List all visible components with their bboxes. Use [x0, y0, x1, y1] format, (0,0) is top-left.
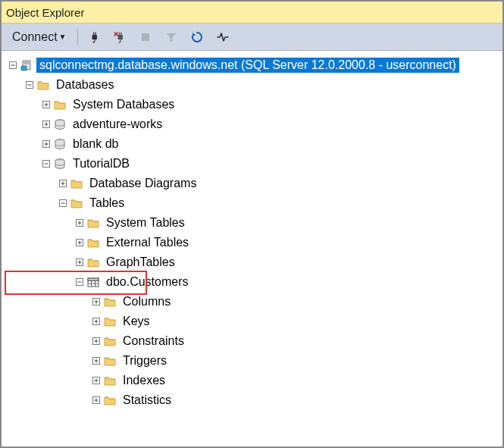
tree-node-blank-db[interactable]: blank db	[8, 134, 502, 154]
tree-node-label: Database Diagrams	[86, 176, 199, 191]
folder-icon	[103, 334, 117, 348]
collapse-icon[interactable]	[58, 198, 68, 208]
tree-node-label: Keys	[120, 314, 153, 329]
collapse-icon[interactable]	[74, 277, 85, 287]
folder-icon	[86, 236, 100, 249]
tree-node-label: Databases	[53, 77, 117, 92]
tree-node-indexes[interactable]: Indexes	[8, 371, 502, 390]
tree-node-adventure-works[interactable]: adventure-works	[8, 114, 502, 134]
tree-node-label: GraphTables	[103, 255, 178, 270]
expand-icon[interactable]	[91, 336, 102, 346]
tree-node-label: Triggers	[120, 353, 170, 368]
folder-icon	[103, 393, 117, 407]
expand-icon[interactable]	[41, 139, 52, 149]
table-icon	[86, 275, 100, 289]
tree-node-system-tables[interactable]: System Tables	[8, 213, 502, 233]
tree-node-databases[interactable]: Databases	[8, 75, 502, 95]
expand-icon[interactable]	[91, 356, 102, 366]
plug-x-icon	[113, 30, 127, 44]
tree-node-system-databases[interactable]: System Databases	[8, 95, 502, 114]
filter-button[interactable]	[161, 27, 184, 48]
folder-icon	[86, 255, 100, 269]
tree-node-label: External Tables	[103, 235, 192, 250]
folder-icon	[103, 374, 117, 387]
folder-icon	[36, 78, 50, 92]
refresh-icon	[190, 30, 204, 44]
stop-icon	[139, 30, 152, 44]
toolbar: Connect ▼	[2, 23, 502, 51]
tree-node-statistics[interactable]: Statistics	[8, 390, 502, 410]
tree-node-label: Columns	[120, 294, 174, 309]
tree-node-label: Tables	[86, 196, 127, 211]
filter-icon	[164, 30, 178, 44]
database-icon	[53, 137, 67, 151]
tree-node-external-tables[interactable]: External Tables	[8, 233, 502, 252]
tree-node-triggers[interactable]: Triggers	[8, 351, 502, 371]
collapse-icon[interactable]	[24, 80, 35, 90]
tree-node-label: blank db	[70, 136, 122, 152]
folder-icon	[86, 216, 100, 230]
expand-icon[interactable]	[74, 257, 85, 268]
expand-icon[interactable]	[91, 316, 102, 327]
expand-icon[interactable]	[91, 375, 102, 386]
tree-node-label: Statistics	[120, 393, 174, 408]
database-icon	[53, 157, 67, 171]
activity-monitor-button[interactable]	[213, 27, 236, 48]
folder-icon	[103, 354, 117, 368]
connect-dropdown[interactable]: Connect ▼	[5, 30, 71, 44]
refresh-button[interactable]	[187, 27, 210, 48]
tree-node-database-diagrams[interactable]: Database Diagrams	[8, 174, 502, 193]
plug-icon	[87, 30, 101, 44]
object-explorer-window: Object Explorer Connect ▼ sqlco	[0, 0, 504, 448]
expand-icon[interactable]	[41, 119, 52, 130]
folder-icon	[103, 295, 117, 309]
tree-node-label: Indexes	[120, 373, 168, 388]
collapse-icon[interactable]	[41, 158, 52, 169]
expand-icon[interactable]	[74, 218, 85, 228]
collapse-icon[interactable]	[8, 60, 18, 70]
folder-icon	[103, 315, 117, 328]
tree-node-label: dbo.Customers	[103, 274, 192, 290]
tree-node-dbo-customers[interactable]: dbo.Customers	[8, 272, 502, 292]
folder-icon	[53, 98, 67, 111]
tree-node-label: System Tables	[103, 215, 188, 230]
tree-view[interactable]: sqlconnectmg.database.windows.net (SQL S…	[2, 51, 502, 410]
folder-icon	[70, 196, 83, 210]
tree-node-label: adventure-works	[70, 117, 165, 132]
tree-node-tutorialdb[interactable]: TutorialDB	[8, 154, 502, 174]
connect-label: Connect	[12, 30, 58, 44]
expand-icon[interactable]	[58, 178, 68, 189]
tree-node-label: TutorialDB	[70, 156, 133, 171]
stop-button[interactable]	[136, 27, 158, 48]
disconnect-button[interactable]	[110, 27, 133, 48]
tree-node-server[interactable]: sqlconnectmg.database.windows.net (SQL S…	[8, 55, 502, 75]
tree-node-label: sqlconnectmg.database.windows.net (SQL S…	[36, 58, 459, 73]
titlebar: Object Explorer	[2, 2, 502, 23]
toolbar-separator	[77, 29, 78, 45]
tree-node-graph-tables[interactable]: GraphTables	[8, 252, 502, 272]
activity-icon	[216, 30, 230, 44]
tree-node-columns[interactable]: Columns	[8, 292, 502, 312]
tree-node-keys[interactable]: Keys	[8, 312, 502, 331]
expand-icon[interactable]	[41, 99, 52, 110]
connect-button[interactable]	[84, 27, 107, 48]
folder-icon	[70, 177, 83, 190]
tree-node-label: Constraints	[120, 334, 187, 349]
database-icon	[53, 117, 67, 131]
expand-icon[interactable]	[91, 296, 102, 307]
tree-node-tables[interactable]: Tables	[8, 193, 502, 213]
caret-down-icon: ▼	[59, 33, 67, 41]
server-icon	[20, 58, 33, 72]
tree-node-label: System Databases	[70, 97, 177, 112]
expand-icon[interactable]	[74, 237, 85, 248]
expand-icon[interactable]	[91, 395, 102, 406]
tree-node-constraints[interactable]: Constraints	[8, 331, 502, 351]
titlebar-title: Object Explorer	[6, 6, 84, 19]
